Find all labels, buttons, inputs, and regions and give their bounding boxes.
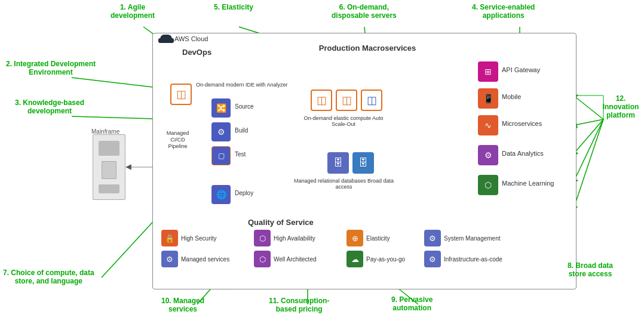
db-icon-2: 🗄 [352, 152, 374, 174]
annotation-consumption: 11. Consumption-based pricing [269, 297, 329, 313]
api-gateway-icon: ⊞ [478, 61, 498, 82]
microservices-icon: ∿ [478, 115, 498, 135]
annotation-innovation: 12. Innovationplatform [597, 94, 644, 119]
deploy-icon: 🌐 [211, 185, 231, 204]
annotation-compute: 7. Choice of compute, datastore, and lan… [3, 269, 94, 285]
annotation-pervasive: 9. Pervasiveautomation [391, 295, 433, 312]
infrastructure-as-code-item: ⚙ Infrastructure-as-code [424, 251, 502, 267]
managed-services-qos-label: Managed services [181, 256, 229, 263]
system-management-label: System Management [444, 235, 501, 242]
pay-as-you-go-label: Pay-as-you-go [366, 256, 405, 263]
diagram-container: AWS Cloud DevOps Production Macroservice… [0, 0, 644, 333]
mobile-label: Mobile [502, 93, 521, 100]
mobile-icon: 📱 [478, 88, 498, 109]
annotation-ide: 2. Integrated DevelopmentEnvironment [6, 60, 96, 76]
high-availability-item: ⬡ High Availability [254, 230, 315, 246]
cicd-label: Managed CI/CD Pipeline [161, 130, 194, 149]
svg-line-27 [574, 119, 603, 154]
microservices-label: Microservices [502, 120, 542, 127]
annotation-managed-svc: 10. Managedservices [161, 297, 204, 313]
annotation-on-demand: 6. On-demand,disposable servers [332, 3, 397, 20]
machine-learning-icon: ⬡ [478, 175, 498, 195]
svg-line-26 [574, 119, 603, 125]
ide-label: On-demand modern IDE with Analyzer [196, 82, 288, 89]
annotation-knowledge: 3. Knowledge-baseddevelopment [15, 98, 84, 115]
elastic-compute-icon-1: ◫ [311, 90, 332, 111]
build-icon: ⚙ [211, 122, 231, 141]
annotation-elasticity-top: 5. Elasticity [214, 3, 253, 11]
prod-macroservices-label: Production Macroservices [311, 44, 424, 53]
qos-label: Quality of Service [248, 218, 314, 227]
mainframe-label: Mainframe [91, 128, 119, 135]
test-icon: ▢ [211, 146, 231, 165]
db-icon-1: 🗄 [327, 152, 349, 174]
elasticity-qos-item: ⊕ Elasticity [346, 230, 390, 246]
elastic-compute-label: On-demand elastic compute Auto Scale-Out [296, 115, 391, 127]
infrastructure-as-code-label: Infrastructure-as-code [444, 256, 502, 263]
svg-line-28 [574, 119, 603, 182]
source-icon: 🔀 [211, 98, 231, 118]
pay-as-you-go-item: ☁ Pay-as-you-go [346, 251, 405, 267]
data-analytics-label: Data Analytics [502, 150, 544, 157]
high-security-label: High Security [181, 235, 216, 242]
source-label: Source [235, 103, 254, 110]
test-label: Test [235, 151, 246, 158]
annotation-broad-data: 8. Broad datastore access [568, 261, 613, 278]
annotation-agile: 1. Agiledevelopment [111, 3, 155, 20]
deploy-label: Deploy [235, 190, 253, 196]
elastic-compute-icon-3: ◫ [361, 90, 382, 111]
annotation-service-enabled: 4. Service-enabledapplications [472, 3, 535, 20]
ide-icon: ◫ [170, 84, 192, 105]
well-architected-item: ⬡ Well Architected [254, 251, 317, 267]
machine-learning-label: Machine Learning [502, 180, 554, 187]
high-security-item: 🔒 High Security [161, 230, 216, 246]
high-availability-label: High Availability [274, 235, 315, 242]
mainframe [93, 134, 125, 200]
managed-services-item: ⚙ Managed services [161, 251, 229, 267]
build-label: Build [235, 127, 248, 134]
aws-cloud-label: AWS Cloud [160, 35, 208, 43]
system-management-item: ⚙ System Management [424, 230, 501, 246]
data-analytics-icon: ⚙ [478, 145, 498, 165]
elasticity-qos-label: Elasticity [366, 235, 390, 242]
elastic-compute-icon-2: ◫ [336, 90, 357, 111]
devops-label: DevOps [182, 48, 211, 57]
svg-line-29 [574, 119, 603, 209]
api-gateway-label: API Gateway [502, 66, 540, 73]
db-label: Managed relational databases Broad data … [292, 178, 396, 190]
well-architected-label: Well Architected [274, 256, 317, 263]
